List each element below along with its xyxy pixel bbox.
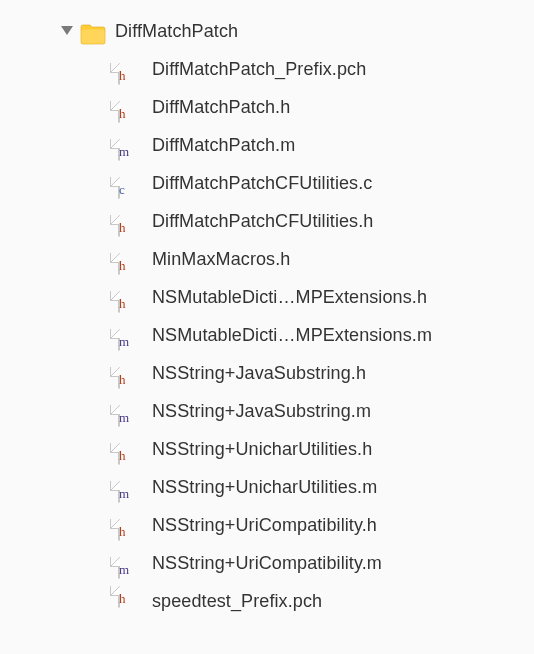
file-label: speedtest_Prefix.pch bbox=[152, 591, 322, 612]
c-file-icon: c bbox=[118, 169, 142, 197]
file-tree: text3.txt DiffMatchPatch h DiffMatchPatc… bbox=[0, 0, 534, 616]
file-row[interactable]: m NSString+UriCompatibility.m bbox=[0, 544, 534, 582]
file-row[interactable]: h NSString+UriCompatibility.h bbox=[0, 506, 534, 544]
header-file-icon: h bbox=[118, 207, 142, 235]
header-file-icon: h bbox=[118, 55, 142, 83]
file-row[interactable]: text3.txt bbox=[0, 0, 534, 12]
file-label: DiffMatchPatch.h bbox=[152, 88, 290, 126]
file-label: NSString+JavaSubstring.m bbox=[152, 392, 371, 430]
header-file-icon: h bbox=[118, 93, 142, 121]
disclosure-triangle-icon[interactable] bbox=[60, 24, 74, 38]
text-file-icon bbox=[88, 0, 112, 7]
svg-rect-1 bbox=[82, 30, 105, 44]
file-row[interactable]: h DiffMatchPatchCFUtilities.h bbox=[0, 202, 534, 240]
file-row[interactable]: h NSString+JavaSubstring.h bbox=[0, 354, 534, 392]
file-row[interactable]: m NSMutableDicti…MPExtensions.m bbox=[0, 316, 534, 354]
file-label: NSString+UriCompatibility.m bbox=[152, 544, 382, 582]
file-row[interactable]: h DiffMatchPatch.h bbox=[0, 88, 534, 126]
folder-row[interactable]: DiffMatchPatch bbox=[0, 12, 534, 50]
header-file-icon: h bbox=[118, 245, 142, 273]
implementation-file-icon: m bbox=[118, 131, 142, 159]
folder-icon bbox=[80, 20, 106, 42]
file-label: text3.txt bbox=[122, 0, 186, 4]
file-row[interactable]: h MinMaxMacros.h bbox=[0, 240, 534, 278]
folder-label: DiffMatchPatch bbox=[115, 12, 238, 50]
implementation-file-icon: m bbox=[118, 321, 142, 349]
implementation-file-icon: m bbox=[118, 397, 142, 425]
svg-marker-0 bbox=[61, 26, 73, 35]
implementation-file-icon: m bbox=[118, 549, 142, 577]
file-label: NSMutableDicti…MPExtensions.h bbox=[152, 278, 427, 316]
file-row[interactable]: c DiffMatchPatchCFUtilities.c bbox=[0, 164, 534, 202]
header-file-icon: h bbox=[118, 435, 142, 463]
file-label: NSString+UnicharUtilities.m bbox=[152, 468, 377, 506]
file-row[interactable]: m DiffMatchPatch.m bbox=[0, 126, 534, 164]
file-row[interactable]: h NSMutableDicti…MPExtensions.h bbox=[0, 278, 534, 316]
file-label: NSString+UriCompatibility.h bbox=[152, 506, 377, 544]
file-row[interactable]: h DiffMatchPatch_Prefix.pch bbox=[0, 50, 534, 88]
file-label: DiffMatchPatch_Prefix.pch bbox=[152, 50, 366, 88]
file-label: NSMutableDicti…MPExtensions.m bbox=[152, 316, 432, 354]
file-label: MinMaxMacros.h bbox=[152, 240, 290, 278]
file-row[interactable]: h NSString+UnicharUtilities.h bbox=[0, 430, 534, 468]
header-file-icon: h bbox=[118, 283, 142, 311]
file-row[interactable]: h speedtest_Prefix.pch bbox=[0, 582, 534, 616]
implementation-file-icon: m bbox=[118, 473, 142, 501]
file-row[interactable]: m NSString+UnicharUtilities.m bbox=[0, 468, 534, 506]
file-label: NSString+JavaSubstring.h bbox=[152, 354, 366, 392]
file-label: NSString+UnicharUtilities.h bbox=[152, 430, 372, 468]
header-file-icon: h bbox=[118, 359, 142, 387]
header-file-icon: h bbox=[118, 511, 142, 539]
file-label: DiffMatchPatch.m bbox=[152, 126, 295, 164]
file-label: DiffMatchPatchCFUtilities.c bbox=[152, 164, 372, 202]
file-label: DiffMatchPatchCFUtilities.h bbox=[152, 202, 373, 240]
file-row[interactable]: m NSString+JavaSubstring.m bbox=[0, 392, 534, 430]
header-file-icon: h bbox=[118, 587, 142, 615]
